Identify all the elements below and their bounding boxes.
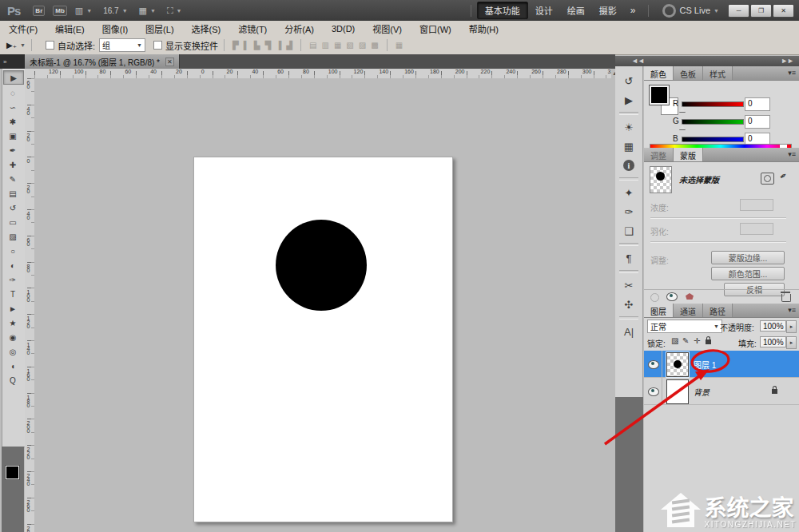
menu-item[interactable]: 视图(V): [364, 22, 411, 35]
mask-edge-button[interactable]: 蒙版边缘...: [711, 251, 785, 264]
masks-tab[interactable]: 蒙版: [674, 148, 703, 161]
zoom-tool[interactable]: Q: [2, 373, 23, 387]
info-icon[interactable]: i: [615, 156, 642, 175]
menu-item[interactable]: 文件(F): [0, 22, 46, 35]
tab-overflow-button[interactable]: »: [0, 54, 27, 69]
scissors-icon[interactable]: ✂: [615, 276, 642, 295]
blur-tool[interactable]: ○: [2, 244, 23, 258]
document-canvas[interactable]: [193, 157, 453, 522]
mask-link-icon[interactable]: [650, 293, 659, 302]
masks-tab[interactable]: 调整: [644, 148, 674, 161]
canvas-area[interactable]: [34, 78, 611, 532]
color-tab[interactable]: 色板: [674, 66, 703, 80]
channel-value-input[interactable]: 0: [745, 115, 770, 129]
close-tab-icon[interactable]: ✕: [165, 58, 174, 66]
color-tab[interactable]: 样式: [703, 66, 733, 80]
menu-item[interactable]: 帮助(H): [460, 22, 507, 35]
hand-tool[interactable]: ◖: [2, 359, 23, 373]
channel-slider-thumb[interactable]: [679, 106, 686, 112]
paragraph-icon[interactable]: ¶: [615, 248, 642, 268]
black-circle-layer[interactable]: [276, 220, 367, 311]
character-panel-icon[interactable]: A|: [615, 322, 642, 341]
layer-thumbnail[interactable]: [666, 352, 689, 377]
workspace-button[interactable]: 绘画: [560, 2, 592, 18]
workspace-button[interactable]: 基本功能: [477, 2, 528, 19]
bridge-icon[interactable]: Br: [33, 6, 45, 16]
menu-item[interactable]: 编辑(E): [46, 22, 93, 35]
dodge-tool[interactable]: ◐: [2, 258, 23, 272]
menu-item[interactable]: 选择(S): [183, 22, 230, 35]
color-tab[interactable]: 颜色: [644, 66, 674, 80]
delete-mask-trash-icon[interactable]: [781, 294, 791, 302]
lock-pixels-icon[interactable]: ✎: [682, 336, 689, 345]
channel-slider[interactable]: [682, 137, 744, 142]
color-range-button[interactable]: 颜色范围...: [711, 267, 785, 280]
crop-tool[interactable]: ▣: [2, 129, 23, 143]
type-tool[interactable]: T: [2, 287, 23, 301]
menu-item[interactable]: 窗口(W): [411, 22, 460, 35]
fill-input[interactable]: 100%: [760, 336, 786, 347]
layer-thumbnail[interactable]: [666, 379, 689, 404]
eraser-tool[interactable]: ▭: [2, 215, 23, 229]
layer-row[interactable]: 图层 1: [644, 351, 799, 378]
layer-name[interactable]: 背景: [694, 386, 710, 398]
menu-item[interactable]: 图像(I): [93, 22, 137, 35]
quick-selection-tool[interactable]: ✱: [2, 114, 23, 129]
dove-icon[interactable]: ✣: [615, 295, 642, 314]
show-transform-checkbox[interactable]: [153, 41, 162, 50]
move-tool[interactable]: ▶: [3, 70, 24, 85]
layer-visibility-eye-icon[interactable]: [648, 360, 659, 369]
3d-rotate-tool[interactable]: ◉: [2, 330, 23, 344]
collapse-dock-icon[interactable]: ◄◄: [631, 57, 644, 65]
cs-live-button[interactable]: CS Live ▼: [662, 4, 719, 18]
auto-select-dropdown[interactable]: 组 ▼: [99, 38, 145, 52]
layer-name[interactable]: 图层 1: [694, 359, 716, 371]
path-selection-tool[interactable]: ►: [2, 301, 23, 316]
add-vector-mask-button[interactable]: ✒: [777, 170, 789, 183]
panel-menu-icon[interactable]: ▾≡: [788, 150, 796, 158]
3d-orbit-tool[interactable]: ◎: [2, 344, 23, 359]
apply-mask-icon[interactable]: [686, 293, 694, 300]
layout-picker[interactable]: ▥ ▼: [75, 6, 92, 16]
collapse-panels-icon[interactable]: ►►: [781, 57, 793, 65]
lock-transparency-icon[interactable]: ▨: [671, 336, 678, 345]
minibridge-icon[interactable]: Mb: [53, 6, 67, 16]
histogram-icon[interactable]: ▦: [615, 137, 642, 156]
move-tool-preset-icon[interactable]: ▶₊: [6, 41, 17, 50]
add-pixel-mask-button[interactable]: [761, 173, 774, 185]
channel-slider[interactable]: [682, 101, 744, 107]
actions-icon[interactable]: ▶: [615, 90, 642, 109]
channel-value-input[interactable]: 0: [745, 97, 770, 111]
custom-shape-tool[interactable]: ★: [2, 316, 23, 330]
workspace-button[interactable]: 设计: [528, 2, 560, 18]
lock-all-icon[interactable]: [706, 339, 711, 344]
clone-stamp-tool[interactable]: ▤: [2, 186, 23, 200]
history-icon[interactable]: ↺: [615, 71, 642, 90]
panel-menu-icon[interactable]: ▾≡: [788, 69, 796, 77]
menu-item[interactable]: 图层(L): [137, 22, 182, 35]
mask-visibility-eye-icon[interactable]: [666, 292, 678, 301]
pen-tool[interactable]: ✑: [2, 272, 23, 287]
opacity-stepper[interactable]: ▸: [786, 320, 797, 333]
workspace-button[interactable]: 摄影: [592, 2, 624, 18]
clone-source-icon[interactable]: ❑: [615, 221, 642, 240]
tool-presets-icon[interactable]: ✦: [615, 183, 642, 202]
channel-slider[interactable]: [682, 119, 744, 125]
gradient-tool[interactable]: ▨: [2, 229, 23, 244]
close-button[interactable]: ✕: [773, 4, 794, 18]
foreground-color-swatch[interactable]: [6, 466, 19, 479]
menu-item[interactable]: 分析(A): [276, 22, 323, 35]
history-brush-tool[interactable]: ↺: [2, 200, 23, 215]
blend-mode-dropdown[interactable]: 正常 ▼: [647, 320, 722, 333]
extras-picker[interactable]: ▦ ▼: [139, 6, 156, 16]
opacity-input[interactable]: 100%: [760, 320, 786, 332]
foreground-color-swatch[interactable]: [650, 85, 669, 105]
menu-item[interactable]: 3D(D): [323, 24, 364, 34]
menu-item[interactable]: 滤镜(T): [229, 22, 276, 35]
workspace-overflow-button[interactable]: »: [624, 5, 642, 16]
adjustments-icon[interactable]: ☀: [615, 117, 642, 137]
brush-presets-icon[interactable]: ✑: [615, 202, 642, 221]
healing-brush-tool[interactable]: ✚: [2, 157, 23, 172]
minimize-button[interactable]: ─: [728, 4, 749, 18]
restore-button[interactable]: ❐: [750, 4, 772, 18]
